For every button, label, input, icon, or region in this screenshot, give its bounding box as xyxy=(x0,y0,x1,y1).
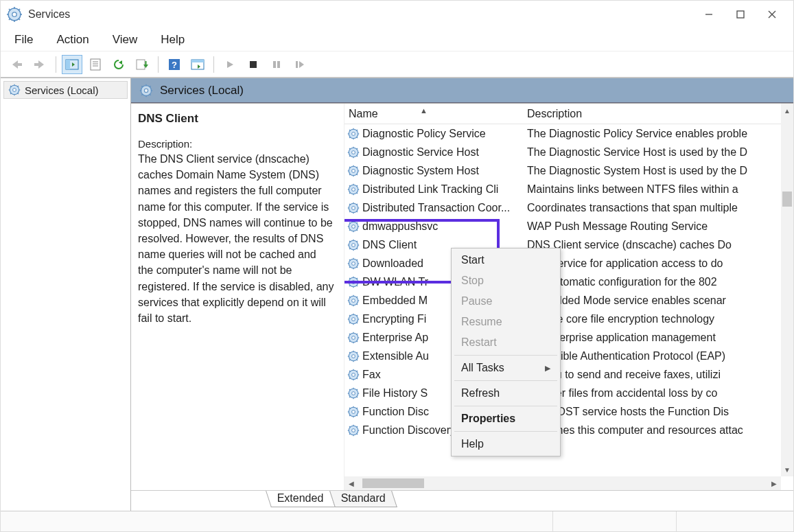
gear-icon xyxy=(347,294,360,307)
svg-rect-19 xyxy=(66,60,70,69)
ctx-stop[interactable]: Stop xyxy=(452,270,560,291)
ctx-properties[interactable]: Properties xyxy=(452,408,560,429)
service-row[interactable]: Enterprise Aples enterprise application … xyxy=(345,328,793,347)
properties-toolbar-button[interactable] xyxy=(85,55,106,74)
main-pane: Services (Local) DNS Client Description:… xyxy=(131,78,793,511)
svg-marker-14 xyxy=(12,60,18,69)
service-row[interactable]: Encrypting Fides the core file encryptio… xyxy=(345,310,793,328)
svg-rect-17 xyxy=(34,63,38,66)
body: Services (Local) Services (Local) DNS Cl… xyxy=(1,78,793,511)
tab-standard[interactable]: Standard xyxy=(329,491,397,507)
scroll-thumb-h[interactable] xyxy=(362,478,424,488)
service-name: Enterprise Ap xyxy=(362,332,428,344)
tab-extended[interactable]: Extended xyxy=(266,491,335,507)
scroll-down-icon[interactable]: ▼ xyxy=(781,463,793,476)
ctx-resume[interactable]: Resume xyxy=(452,312,560,332)
service-row[interactable]: DW WLAN Trdes automatic configuration fo… xyxy=(345,273,793,291)
help-toolbar-button[interactable]: ? xyxy=(164,55,185,74)
service-row[interactable]: Diagnostic System HostThe Diagnostic Sys… xyxy=(345,161,793,180)
ctx-refresh[interactable]: Refresh xyxy=(452,383,560,404)
service-row[interactable]: Distributed Transaction Coor...Coordinat… xyxy=(345,198,793,217)
service-description: les enterprise application management xyxy=(523,332,793,344)
service-name: Extensible Au xyxy=(362,350,429,362)
gear-icon xyxy=(347,350,360,362)
scroll-up-icon[interactable]: ▲ xyxy=(781,104,793,117)
tree-pane: Services (Local) xyxy=(1,78,131,511)
menu-action[interactable]: Action xyxy=(52,30,93,49)
service-name: Downloaded xyxy=(362,257,423,270)
column-headers: Name ▲ Description xyxy=(345,104,793,124)
service-name: DNS Client xyxy=(362,239,417,251)
service-row[interactable]: Downloadedlows service for application a… xyxy=(345,254,793,273)
service-name: Function Disc xyxy=(362,406,429,418)
service-row[interactable]: DNS ClientDNS Client service (dnscache) … xyxy=(345,235,793,254)
gear-icon xyxy=(347,165,360,177)
tree-root[interactable]: Services (Local) xyxy=(3,81,128,99)
service-description: Publishes this computer and resources at… xyxy=(523,424,793,437)
svg-marker-20 xyxy=(72,62,75,67)
service-row[interactable]: Function DiscFDPHOST service hosts the F… xyxy=(345,402,793,421)
minimize-button[interactable] xyxy=(693,3,725,25)
menu-view[interactable]: View xyxy=(108,30,142,49)
description-text: The DNS Client service (dnscache) caches… xyxy=(138,151,334,326)
ctx-restart[interactable]: Restart xyxy=(452,332,560,353)
service-description: cts user files from accidental loss by c… xyxy=(523,387,793,400)
service-row[interactable]: dmwappushsvcWAP Push Message Routing Ser… xyxy=(345,217,793,235)
ctx-all-tasks[interactable]: All Tasks▶ xyxy=(452,358,560,378)
panel-title: Services (Local) xyxy=(160,84,244,97)
forward-button[interactable] xyxy=(30,55,50,74)
service-row[interactable]: Embedded MEmbedded Mode service enables … xyxy=(345,291,793,310)
service-row[interactable]: Distributed Link Tracking CliMaintains l… xyxy=(345,180,793,198)
service-row[interactable]: Diagnostic Policy ServiceThe Diagnostic … xyxy=(345,124,793,143)
ctx-pause[interactable]: Pause xyxy=(452,291,560,312)
column-name[interactable]: Name ▲ xyxy=(345,108,523,120)
view-toolbar-button[interactable] xyxy=(187,55,208,74)
service-name: Distributed Transaction Coor... xyxy=(362,202,510,214)
vertical-scrollbar[interactable]: ▲ ▼ xyxy=(781,104,793,476)
scroll-right-icon[interactable]: ▶ xyxy=(767,480,781,487)
close-button[interactable] xyxy=(756,3,788,25)
context-menu: Start Stop Pause Resume Restart All Task… xyxy=(451,248,561,456)
service-row[interactable]: Faxles you to send and receive faxes, ut… xyxy=(345,365,793,384)
tab-standard-label: Standard xyxy=(340,492,385,505)
content: DNS Client Description: The DNS Client s… xyxy=(131,103,793,490)
svg-marker-25 xyxy=(119,60,122,65)
svg-rect-37 xyxy=(277,61,280,68)
horizontal-scrollbar[interactable]: ◀ ▶ xyxy=(345,476,781,490)
stop-service-button[interactable] xyxy=(243,55,264,74)
scroll-thumb[interactable] xyxy=(782,192,792,207)
gear-icon xyxy=(347,239,360,251)
service-list: Name ▲ Description Diagnostic Policy Ser… xyxy=(344,104,793,490)
svg-rect-11 xyxy=(737,11,744,18)
service-name: Fax xyxy=(362,369,381,381)
ctx-help[interactable]: Help xyxy=(452,434,560,454)
gear-icon xyxy=(347,369,360,381)
service-row[interactable]: Extensible AuExtensible Authentication P… xyxy=(345,347,793,365)
service-description: The Diagnostic Service Host is used by t… xyxy=(523,146,793,159)
ctx-all-tasks-label: All Tasks xyxy=(461,362,504,374)
service-row[interactable]: File History Scts user files from accide… xyxy=(345,384,793,402)
service-row[interactable]: Function Discovery Resourc...Publishes t… xyxy=(345,421,793,439)
service-description: des the core file encryption technology xyxy=(523,313,793,325)
description-label: Description: xyxy=(138,138,334,150)
scroll-left-icon[interactable]: ◀ xyxy=(345,480,358,487)
ctx-start[interactable]: Start xyxy=(452,250,560,270)
start-service-button[interactable] xyxy=(220,55,240,74)
service-row[interactable]: Diagnostic Service HostThe Diagnostic Se… xyxy=(345,143,793,161)
restart-service-button[interactable] xyxy=(290,55,310,74)
menu-help[interactable]: Help xyxy=(156,30,189,49)
column-description[interactable]: Description xyxy=(523,108,793,120)
back-button[interactable] xyxy=(6,55,27,74)
selected-service-name: DNS Client xyxy=(138,112,334,126)
gear-icon xyxy=(347,424,360,437)
pause-service-button[interactable] xyxy=(266,55,287,74)
refresh-toolbar-button[interactable] xyxy=(108,55,129,74)
export-list-button[interactable] xyxy=(132,55,152,74)
maximize-button[interactable] xyxy=(725,3,756,25)
gear-icon xyxy=(347,128,360,140)
show-hide-tree-button[interactable] xyxy=(62,55,82,74)
menu-file[interactable]: File xyxy=(10,30,37,49)
service-description: Coordinates transactions that span multi… xyxy=(523,202,793,214)
submenu-arrow-icon: ▶ xyxy=(545,364,550,373)
titlebar: Services xyxy=(1,1,793,28)
